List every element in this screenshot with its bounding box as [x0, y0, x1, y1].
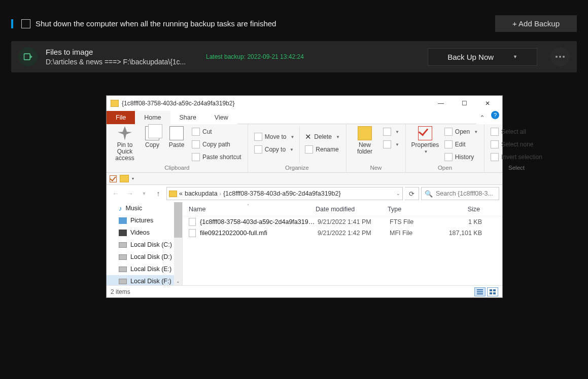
tree-scrollbar-thumb[interactable]	[174, 202, 182, 238]
help-button[interactable]: ?	[491, 111, 499, 119]
qat-dropdown-icon[interactable]: ▾	[132, 176, 134, 181]
view-details-button[interactable]	[474, 287, 486, 296]
tree-item-videos[interactable]: Videos	[107, 226, 182, 239]
tree-item-drive-c[interactable]: Local Disk (C:)	[107, 239, 182, 251]
tab-home[interactable]: Home	[135, 111, 170, 124]
col-type[interactable]: Type	[388, 206, 446, 213]
nav-forward-button[interactable]: →	[124, 187, 136, 200]
new-folder-button[interactable]: New folder	[351, 125, 379, 155]
invert-selection-button[interactable]: Invert selection	[489, 151, 544, 163]
tab-share[interactable]: Share	[170, 111, 205, 124]
pin-quick-access-button[interactable]: Pin to Quick access	[111, 125, 139, 162]
explorer-titlebar[interactable]: {1c8fff08-3758-403d-a59c-2d4a9fa319b2} —…	[107, 96, 502, 111]
sort-asc-icon: ˄	[247, 204, 249, 208]
videos-icon	[119, 230, 127, 236]
task-path: D:\articles & news ===> F:\backupdata\{1…	[46, 58, 198, 66]
address-bar[interactable]: « backupdata › {1c8fff08-3758-403d-a59c-…	[166, 187, 403, 200]
backup-now-button[interactable]: Back Up Now ▼	[428, 48, 537, 66]
breadcrumb-backupdata[interactable]: backupdata	[185, 190, 218, 197]
shutdown-checkbox[interactable]	[21, 19, 30, 28]
chevron-right-icon[interactable]: ›	[220, 191, 221, 197]
svg-rect-6	[490, 292, 492, 294]
paste-shortcut-icon	[192, 153, 200, 161]
collapse-ribbon-button[interactable]: ⌃	[476, 111, 488, 124]
qat-checkbox-icon[interactable]	[110, 175, 117, 182]
folder-icon[interactable]	[120, 175, 129, 182]
minimize-button[interactable]: —	[429, 96, 453, 111]
properties-button[interactable]: Properties▼	[410, 125, 440, 155]
refresh-button[interactable]: ⟳	[405, 187, 419, 200]
view-large-icons-button[interactable]	[487, 287, 498, 296]
copy-to-button[interactable]: Copy to▼	[252, 144, 297, 155]
nav-up-button[interactable]: ↑	[152, 187, 164, 200]
maximize-button[interactable]: ☐	[453, 96, 476, 111]
chevron-down-icon: ▼	[336, 135, 340, 139]
music-icon: ♪	[119, 205, 122, 212]
backup-task-icon	[18, 47, 38, 66]
paste-shortcut-button[interactable]: Paste shortcut	[190, 151, 244, 163]
file-name: file09212022000-full.mfi	[200, 230, 318, 237]
backup-now-dropdown-icon[interactable]: ▼	[513, 54, 517, 59]
file-date: 9/21/2022 1:42 PM	[318, 230, 390, 237]
chevron-down-icon: ▼	[395, 130, 399, 134]
search-box[interactable]: 🔍	[421, 187, 499, 200]
invert-selection-icon	[491, 153, 499, 161]
move-to-button[interactable]: Move to▼	[252, 131, 297, 142]
file-size: 1 KB	[448, 218, 489, 225]
chevron-down-icon: ▼	[290, 135, 294, 139]
group-new-label: New	[347, 164, 405, 172]
select-none-button[interactable]: Select none	[489, 139, 544, 150]
tree-item-drive-d[interactable]: Local Disk (D:)	[107, 251, 182, 263]
tab-file[interactable]: File	[107, 111, 135, 124]
drive-icon	[119, 254, 127, 260]
task-more-button[interactable]	[550, 47, 570, 66]
col-size[interactable]: Size	[446, 206, 487, 213]
tree-item-music[interactable]: ♪Music	[107, 202, 182, 214]
edit-icon	[444, 140, 453, 148]
breadcrumb-prefix[interactable]: «	[179, 190, 183, 197]
open-button[interactable]: Open▼	[442, 126, 480, 137]
delete-button[interactable]: ✕Delete▼	[303, 131, 342, 142]
breadcrumb-guid[interactable]: {1c8fff08-3758-403d-a59c-2d4a9fa319b2}	[223, 190, 341, 197]
paste-button[interactable]: Paste	[165, 125, 188, 148]
search-input[interactable]	[436, 190, 496, 197]
col-date[interactable]: Date modified	[316, 206, 388, 213]
tree-item-pictures[interactable]: Pictures	[107, 214, 182, 226]
file-row[interactable]: file09212022000-full.mfi 9/21/2022 1:42 …	[183, 228, 502, 239]
add-backup-button[interactable]: + Add Backup	[495, 15, 577, 32]
edit-button[interactable]: Edit	[442, 139, 480, 150]
easy-access-button[interactable]: ▼	[381, 139, 401, 150]
close-button[interactable]: ✕	[476, 96, 499, 111]
paste-icon	[169, 126, 184, 140]
column-headers[interactable]: Name˄ Date modified Type Size	[183, 202, 502, 216]
cut-button[interactable]: Cut	[190, 126, 244, 137]
task-title: Files to image	[46, 48, 198, 56]
address-dropdown-icon[interactable]: ⌄	[396, 191, 400, 196]
tree-item-drive-e[interactable]: Local Disk (E:)	[107, 263, 182, 275]
nav-back-button[interactable]: ←	[110, 187, 122, 200]
svg-rect-5	[493, 289, 496, 291]
chevron-down-icon: ▼	[395, 142, 399, 147]
tab-view[interactable]: View	[205, 111, 237, 124]
tree-scroll-down-icon[interactable]: ⌄	[174, 277, 182, 285]
tree-item-drive-f[interactable]: Local Disk (F:)	[107, 275, 182, 285]
svg-rect-3	[477, 293, 483, 294]
select-all-button[interactable]: Select all	[489, 126, 544, 137]
file-icon	[189, 218, 196, 226]
select-none-icon	[491, 140, 499, 148]
file-row[interactable]: {1c8fff08-3758-403d-a59c-2d4a9fa319b2}..…	[183, 216, 502, 228]
copy-button[interactable]: Copy	[141, 125, 163, 148]
rename-button[interactable]: Rename	[303, 144, 342, 155]
file-type: MFI File	[390, 230, 448, 237]
copy-icon	[145, 126, 159, 140]
new-item-button[interactable]: ▼	[381, 126, 401, 137]
drive-icon	[119, 279, 127, 284]
window-title: {1c8fff08-3758-403d-a59c-2d4a9fa319b2}	[122, 100, 234, 107]
col-name[interactable]: Name˄	[189, 206, 316, 213]
nav-recent-dropdown[interactable]: ▼	[138, 187, 150, 200]
nav-tree[interactable]: ♪Music Pictures Videos Local Disk (C:) L…	[107, 202, 183, 285]
copy-path-button[interactable]: Copy path	[190, 139, 244, 150]
chevron-down-icon: ▼	[474, 130, 478, 134]
history-button[interactable]: History	[442, 151, 480, 163]
svg-rect-0	[24, 54, 30, 60]
